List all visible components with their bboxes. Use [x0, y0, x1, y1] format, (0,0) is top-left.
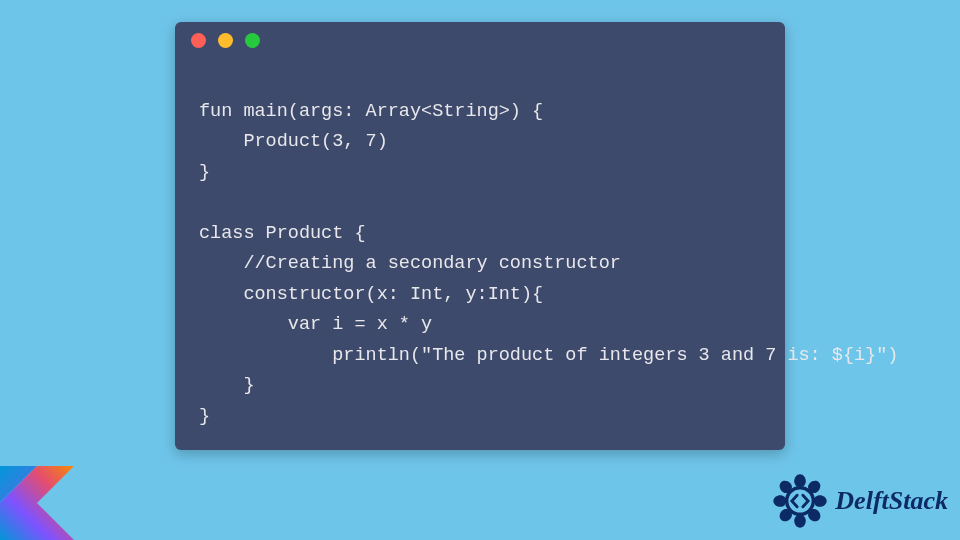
- code-block: fun main(args: Array<String>) { Product(…: [175, 58, 785, 448]
- kotlin-logo-icon: [0, 466, 74, 540]
- delftstack-wordmark: DelftStack: [835, 486, 948, 516]
- code-line: Product(3, 7): [199, 131, 388, 152]
- code-line: constructor(x: Int, y:Int){: [199, 284, 543, 305]
- code-line: class Product {: [199, 223, 366, 244]
- code-line: fun main(args: Array<String>) {: [199, 101, 543, 122]
- delftstack-logo: DelftStack: [771, 472, 948, 530]
- code-line: //Creating a secondary constructor: [199, 253, 621, 274]
- code-line: }: [199, 162, 210, 183]
- code-line: println("The product of integers 3 and 7…: [199, 345, 898, 366]
- code-window: fun main(args: Array<String>) { Product(…: [175, 22, 785, 450]
- code-line: }: [199, 375, 255, 396]
- window-titlebar: [175, 22, 785, 58]
- code-line: var i = x * y: [199, 314, 432, 335]
- minimize-icon[interactable]: [218, 33, 233, 48]
- code-line: }: [199, 406, 210, 427]
- close-icon[interactable]: [191, 33, 206, 48]
- gear-icon: [771, 472, 829, 530]
- maximize-icon[interactable]: [245, 33, 260, 48]
